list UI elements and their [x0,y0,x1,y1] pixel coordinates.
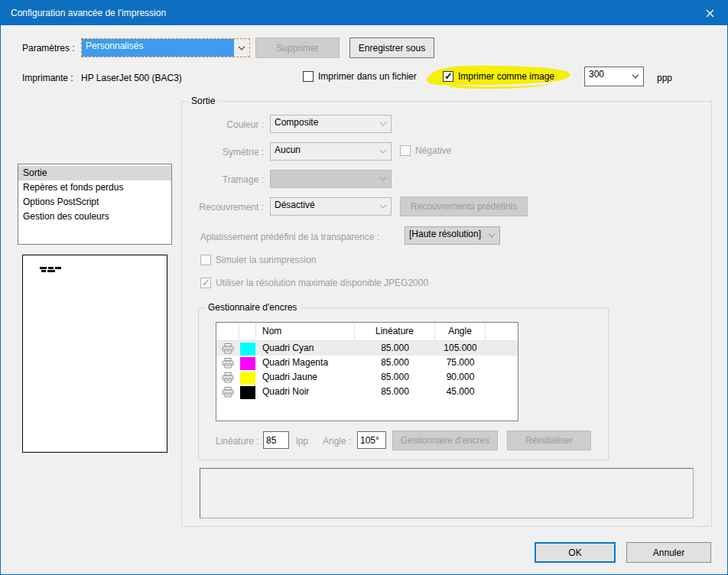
column-header-frequency: Linéature [355,323,435,341]
flip-label: Symétrie : [181,145,264,159]
ink-manager-group-title: Gestionnaire d'encres [205,301,300,313]
presets-combobox[interactable]: Personnalisés [81,38,250,57]
chevron-down-icon [375,115,391,132]
resolution-value: 300 [585,67,628,86]
ok-button[interactable]: OK [535,542,616,563]
category-item-sortie[interactable]: Sortie [18,166,171,180]
color-label: Couleur : [181,118,264,132]
printer-icon [216,385,239,399]
ink-row-cyan[interactable]: Quadri Cyan 85.000 105.000 [216,341,518,356]
resolution-combobox[interactable]: 300 [584,67,644,86]
frequency-input[interactable] [263,431,289,449]
printer-icon [216,341,239,356]
window-title: Configuration avancée de l'impression [1,8,166,18]
ink-frequency: 85.000 [355,341,435,356]
ink-angle: 75.000 [435,356,486,370]
jpeg2000-checkbox[interactable]: Utiliser la résolution maximale disponib… [200,277,428,289]
output-group-title: Sortie [188,95,218,107]
frequency-unit-label: lpp [296,434,308,448]
category-item-couleurs[interactable]: Gestion des couleurs [18,210,171,224]
ink-table: Nom Linéature Angle Quadri Cyan 85.000 1… [216,322,518,421]
title-bar: Configuration avancée de l'impression [1,1,727,25]
category-item-reperes[interactable]: Repères et fonds perdus [18,180,171,195]
ink-manager-button[interactable]: Gestionnaire d'encres [392,430,498,450]
category-list: Sortie Repères et fonds perdus Options P… [18,164,172,245]
description-box [200,468,694,518]
ink-frequency: 85.000 [355,356,435,370]
print-as-image-checkbox[interactable]: Imprimer comme image [443,70,554,83]
ink-swatch-jaune [240,372,255,385]
screening-label: Tramage : [181,173,264,187]
flip-combobox[interactable]: Aucun [270,142,392,161]
negative-checkbox[interactable]: Négative [400,145,451,157]
ink-angle: 105.000 [435,341,486,356]
save-as-button[interactable]: Enregistrer sous [349,37,434,58]
screening-combobox[interactable] [270,170,392,188]
reset-button[interactable]: Réinitialiser [507,430,591,450]
chevron-down-icon [375,198,391,215]
checkbox-box [400,145,411,156]
ink-angle: 45.000 [435,385,486,399]
ink-name: Quadri Noir [256,385,355,399]
print-as-image-label: Imprimer comme image [458,70,554,83]
printer-icon [216,370,239,385]
checkbox-box [200,255,211,265]
printer-icon [216,356,239,370]
ink-table-header: Nom Linéature Angle [216,323,518,341]
trap-presets-button[interactable]: Recouvrements prédéfinis [400,197,528,216]
column-header-name: Nom [256,323,355,341]
ink-row-jaune[interactable]: Quadri Jaune 85.000 90.000 [216,370,518,385]
column-header-angle: Angle [435,323,486,341]
color-combobox[interactable]: Composite [270,115,392,133]
flip-value: Aucun [271,143,375,160]
simulate-overprint-checkbox[interactable]: Simuler la surimpression [200,254,316,266]
page-preview-content [40,267,61,272]
advanced-print-setup-dialog: Configuration avancée de l'impression Pa… [0,0,728,575]
category-item-postscript[interactable]: Options PostScript [18,195,171,210]
angle-input[interactable] [357,431,386,449]
flattener-label: Aplatissement prédéfini de la transparen… [200,230,379,244]
cancel-button[interactable]: Annuler [626,542,711,563]
close-button[interactable] [693,1,727,25]
simulate-overprint-label: Simuler la surimpression [216,254,316,266]
jpeg2000-label: Utiliser la résolution maximale disponib… [216,277,428,289]
delete-preset-button[interactable]: Supprimer [255,37,340,58]
flattener-value: [Haute résolution] [405,227,484,244]
ink-swatch-cyan [240,343,255,356]
ink-frequency: 85.000 [355,385,435,399]
chevron-down-icon [375,171,391,187]
page-preview [22,255,167,453]
angle-label: Angle : [323,434,351,448]
checkbox-box [303,71,314,82]
chevron-down-icon [628,67,643,86]
ink-swatch-noir [240,386,255,399]
trapping-label: Recouvrement : [181,200,264,214]
close-icon [706,9,714,18]
print-to-file-checkbox[interactable]: Imprimer dans un fichier [303,70,417,83]
print-to-file-label: Imprimer dans un fichier [318,70,417,83]
ink-row-noir[interactable]: Quadri Noir 85.000 45.000 [216,385,518,399]
ink-name: Quadri Cyan [256,341,355,356]
chevron-down-icon [484,227,499,244]
checkbox-box [443,71,453,82]
negative-label: Négative [415,145,451,157]
printer-name: HP LaserJet 500 (BAC3) [81,71,182,85]
frequency-label: Linéature : [216,434,259,448]
ink-row-magenta[interactable]: Quadri Magenta 85.000 75.000 [216,356,518,370]
ink-frequency: 85.000 [355,370,435,385]
color-value: Composite [271,115,375,132]
ink-name: Quadri Magenta [256,356,355,370]
chevron-down-icon [375,143,391,160]
checkbox-box [200,278,211,288]
presets-selected-value: Personnalisés [82,39,234,57]
trapping-combobox[interactable]: Désactivé [270,197,392,216]
screening-value [271,171,375,187]
ink-swatch-magenta [240,357,255,370]
presets-label: Paramètres : [22,41,75,55]
printer-label: Imprimante : [22,71,73,85]
ink-name: Quadri Jaune [256,370,355,385]
resolution-unit-label: ppp [657,71,672,85]
flattener-combobox[interactable]: [Haute résolution] [405,226,500,245]
trapping-value: Désactivé [271,198,375,215]
chevron-down-icon [234,39,249,57]
